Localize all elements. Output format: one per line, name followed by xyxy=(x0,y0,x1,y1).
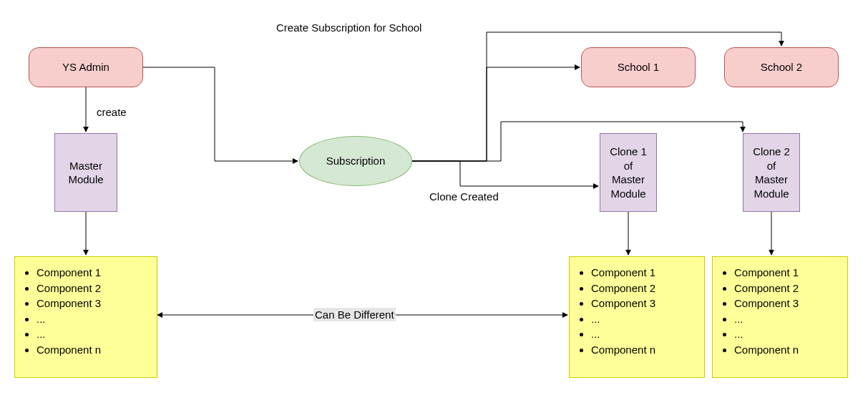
list-item: Component 3 xyxy=(36,296,150,311)
components-clone-2: Component 1Component 2Component 3......C… xyxy=(712,256,848,378)
components-master: Component 1Component 2Component 3......C… xyxy=(14,256,157,378)
list-item: Component n xyxy=(734,343,840,357)
arrow-admin-to-subscription xyxy=(143,67,298,161)
node-school-2-label: School 2 xyxy=(761,60,802,74)
node-ys-admin-label: YS Admin xyxy=(62,60,109,74)
arrow-sub-to-school1 xyxy=(412,67,580,161)
arrow-sub-to-clone2 xyxy=(412,122,743,161)
label-create-subscription: Create Subscription for School xyxy=(276,21,421,34)
list-item: Component 2 xyxy=(734,281,840,296)
components-clone-1-list: Component 1Component 2Component 3......C… xyxy=(570,257,704,365)
label-create: create xyxy=(97,106,127,118)
node-school-1: School 1 xyxy=(581,47,696,87)
node-clone-2: Clone 2 of Master Module xyxy=(743,133,800,212)
node-clone-1: Clone 1 of Master Module xyxy=(600,133,657,212)
node-master-module-label: Master Module xyxy=(55,159,117,187)
components-master-list: Component 1Component 2Component 3......C… xyxy=(15,257,157,365)
node-ys-admin: YS Admin xyxy=(29,47,143,87)
node-school-2: School 2 xyxy=(724,47,839,87)
list-item: ... xyxy=(734,312,840,326)
list-item: Component 2 xyxy=(591,281,697,296)
node-clone-2-label: Clone 2 of Master Module xyxy=(753,145,790,200)
list-item: Component 3 xyxy=(734,296,840,311)
node-subscription-label: Subscription xyxy=(326,154,386,168)
label-clone-created: Clone Created xyxy=(429,190,499,203)
list-item: ... xyxy=(36,327,150,341)
list-item: Component 3 xyxy=(591,296,697,311)
node-master-module: Master Module xyxy=(54,133,117,212)
list-item: Component 1 xyxy=(734,266,840,280)
list-item: ... xyxy=(591,327,697,341)
list-item: Component 2 xyxy=(36,281,150,296)
node-clone-1-label: Clone 1 of Master Module xyxy=(610,145,647,200)
list-item: ... xyxy=(591,312,697,326)
list-item: ... xyxy=(734,327,840,341)
list-item: Component 1 xyxy=(36,266,150,280)
components-clone-1: Component 1Component 2Component 3......C… xyxy=(569,256,705,378)
list-item: ... xyxy=(36,312,150,326)
list-item: Component n xyxy=(591,343,697,357)
node-school-1-label: School 1 xyxy=(618,60,659,74)
list-item: Component n xyxy=(36,343,150,357)
list-item: Component 1 xyxy=(591,266,697,280)
arrow-sub-to-clone1 xyxy=(412,161,598,186)
node-subscription: Subscription xyxy=(299,136,412,186)
components-clone-2-list: Component 1Component 2Component 3......C… xyxy=(713,257,847,365)
label-can-be-different: Can Be Different xyxy=(313,308,396,321)
